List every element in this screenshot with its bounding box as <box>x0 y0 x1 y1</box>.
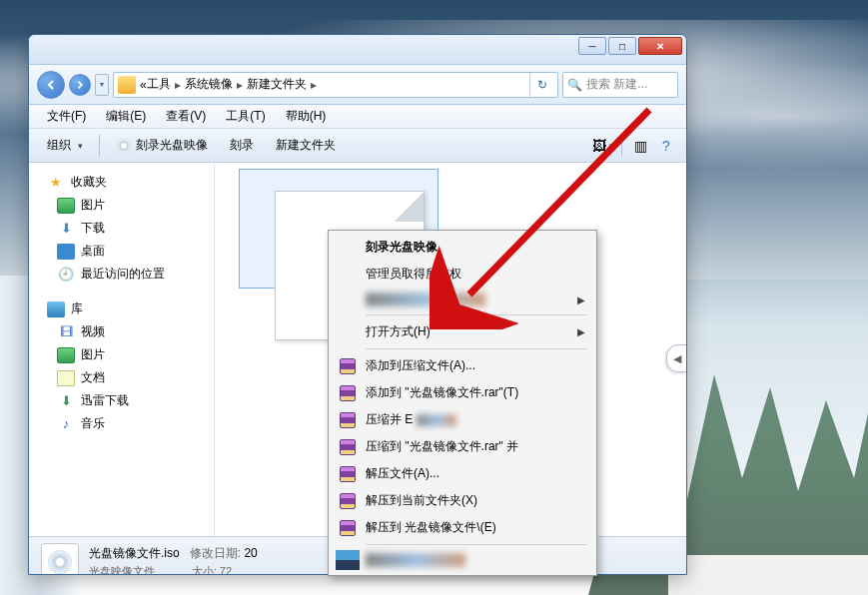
nav-history-dropdown[interactable]: ▾ <box>95 74 109 96</box>
rar-icon <box>340 466 356 482</box>
separator <box>366 314 587 315</box>
sidebar-libraries[interactable]: 库 <box>29 298 214 320</box>
address-bar: ▾ « 工具 ▸ 系统镜像 ▸ 新建文件夹 ▸ ↻ 🔍 搜索 新建... <box>29 65 686 105</box>
rar-icon <box>340 439 356 455</box>
status-mod-value: 20 <box>244 546 257 560</box>
xunlei-icon: ⬇ <box>57 393 75 409</box>
chevron-right-icon: ▸ <box>237 78 243 92</box>
chevron-right-icon: ▸ <box>311 78 317 92</box>
desktop-icon <box>57 244 75 260</box>
sidebar-item-desktop[interactable]: 桌面 <box>29 240 214 263</box>
navigation-pane[interactable]: ★收藏夹 图片 ⬇下载 桌面 🕘最近访问的位置 库 🎞视频 图片 文档 ⬇迅雷下… <box>29 163 215 536</box>
ctx-blurred-item-2[interactable] <box>332 548 593 572</box>
menu-tools[interactable]: 工具(T) <box>216 106 275 127</box>
ctx-burn-image[interactable]: 刻录光盘映像 <box>332 234 593 261</box>
disc-icon <box>116 138 132 154</box>
ctx-add-rar[interactable]: 添加到 "光盘镜像文件.rar"(T) <box>332 379 593 406</box>
sidebar-item-xunlei[interactable]: ⬇迅雷下载 <box>29 389 214 412</box>
close-button[interactable]: ✕ <box>638 37 682 55</box>
ctx-compress-to-and[interactable]: 压缩到 "光盘镜像文件.rar" 并 <box>332 433 593 460</box>
breadcrumb-item[interactable]: 系统镜像 <box>185 76 233 93</box>
sidebar-item-documents[interactable]: 文档 <box>29 366 214 389</box>
menu-edit[interactable]: 编辑(E) <box>96 106 156 127</box>
organize-button[interactable]: 组织 <box>37 133 93 158</box>
status-filename: 光盘镜像文件.iso <box>89 546 180 560</box>
breadcrumb-item[interactable]: 新建文件夹 <box>247 76 307 93</box>
side-panel-toggle[interactable]: ◀ <box>666 344 687 372</box>
separator <box>366 544 587 545</box>
maximize-button[interactable]: □ <box>608 37 636 55</box>
ctx-extract-to[interactable]: 解压到 光盘镜像文件\(E) <box>332 514 593 541</box>
sidebar-item-downloads[interactable]: ⬇下载 <box>29 217 214 240</box>
view-options-button[interactable]: 🖼 <box>591 134 615 158</box>
pictures-icon <box>57 198 75 214</box>
ctx-extract[interactable]: 解压文件(A)... <box>332 460 593 487</box>
context-menu: 刻录光盘映像 管理员取得所有权 ▶ 打开方式(H)▶ 添加到压缩文件(A)...… <box>328 230 597 576</box>
ctx-compress-and[interactable]: 压缩并 E <box>332 406 593 433</box>
breadcrumb-prefix[interactable]: « <box>140 78 147 92</box>
menu-file[interactable]: 文件(F) <box>37 106 96 127</box>
library-icon <box>47 301 65 317</box>
search-placeholder: 搜索 新建... <box>586 76 647 93</box>
burn-image-button[interactable]: 刻录光盘映像 <box>106 133 218 158</box>
sidebar-item-videos[interactable]: 🎞视频 <box>29 320 214 343</box>
status-filetype: 光盘映像文件 <box>89 565 155 576</box>
preview-pane-button[interactable]: ▥ <box>628 134 652 158</box>
sidebar-item-pictures[interactable]: 图片 <box>29 194 214 217</box>
sidebar-item-pictures2[interactable]: 图片 <box>29 343 214 366</box>
rar-icon <box>340 358 356 374</box>
menubar: 文件(F) 编辑(E) 查看(V) 工具(T) 帮助(H) <box>29 105 686 129</box>
chevron-right-icon: ▸ <box>175 78 181 92</box>
toolbar: 组织 刻录光盘映像 刻录 新建文件夹 🖼 ▥ ? <box>29 129 686 163</box>
star-icon: ★ <box>47 175 65 191</box>
new-folder-button[interactable]: 新建文件夹 <box>266 133 346 158</box>
chevron-right-icon: ▶ <box>577 326 585 337</box>
download-icon: ⬇ <box>57 221 75 237</box>
music-icon: ♪ <box>57 416 75 432</box>
video-icon: 🎞 <box>57 324 75 340</box>
file-type-icon <box>41 543 79 576</box>
disc-icon <box>48 550 72 574</box>
breadcrumb[interactable]: « 工具 ▸ 系统镜像 ▸ 新建文件夹 ▸ ↻ <box>113 72 558 98</box>
ctx-extract-here[interactable]: 解压到当前文件夹(X) <box>332 487 593 514</box>
color-icon <box>336 550 360 570</box>
ctx-open-with[interactable]: 打开方式(H)▶ <box>332 318 593 345</box>
folder-icon <box>118 76 136 94</box>
separator <box>366 348 587 349</box>
chevron-right-icon: ▶ <box>577 295 585 305</box>
sidebar-item-music[interactable]: ♪音乐 <box>29 412 214 435</box>
status-size-label: 大小: <box>192 565 217 576</box>
forward-button[interactable] <box>69 74 91 96</box>
sidebar-favorites[interactable]: ★收藏夹 <box>29 171 214 194</box>
rar-icon <box>340 412 356 428</box>
rar-icon <box>340 520 356 536</box>
rar-icon <box>340 493 356 509</box>
menu-view[interactable]: 查看(V) <box>156 106 216 127</box>
titlebar[interactable]: ─ □ ✕ <box>29 35 686 65</box>
pictures-icon <box>57 347 75 363</box>
minimize-button[interactable]: ─ <box>578 37 606 55</box>
status-size-value: 72 <box>220 565 232 576</box>
help-button[interactable]: ? <box>654 134 678 158</box>
recent-icon: 🕘 <box>57 267 75 283</box>
status-mod-label: 修改日期: <box>190 546 241 560</box>
breadcrumb-item[interactable]: 工具 <box>147 76 171 93</box>
burn-button[interactable]: 刻录 <box>220 133 264 158</box>
ctx-add-archive[interactable]: 添加到压缩文件(A)... <box>332 352 593 379</box>
sidebar-item-recent[interactable]: 🕘最近访问的位置 <box>29 263 214 286</box>
document-icon <box>57 370 75 386</box>
ctx-blurred-item[interactable]: ▶ <box>332 288 593 311</box>
search-input[interactable]: 🔍 搜索 新建... <box>562 72 678 98</box>
back-button[interactable] <box>37 71 65 99</box>
menu-help[interactable]: 帮助(H) <box>276 106 337 127</box>
rar-icon <box>340 385 356 401</box>
search-icon: 🔍 <box>567 78 582 92</box>
refresh-button[interactable]: ↻ <box>529 73 553 97</box>
ctx-admin-ownership[interactable]: 管理员取得所有权 <box>332 261 593 288</box>
